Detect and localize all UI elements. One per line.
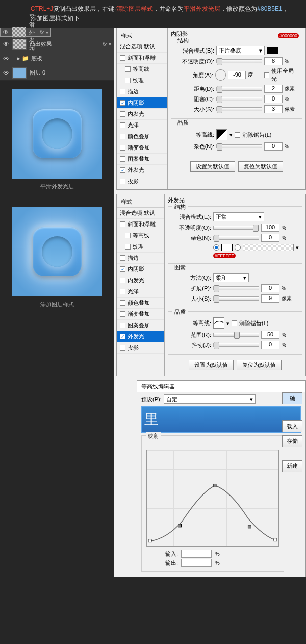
- antialias-checkbox[interactable]: [232, 320, 237, 326]
- style-checkbox[interactable]: [120, 145, 125, 151]
- style-checkbox[interactable]: [120, 122, 125, 128]
- jitter-slider[interactable]: [213, 343, 259, 347]
- style-checkbox[interactable]: ✓: [120, 100, 125, 106]
- style-item-5[interactable]: 内发光: [117, 109, 167, 120]
- style-checkbox[interactable]: [120, 278, 125, 283]
- choke-input[interactable]: 0: [264, 95, 283, 103]
- choke-slider[interactable]: [216, 97, 262, 101]
- distance-slider[interactable]: [216, 87, 262, 91]
- antialias-checkbox[interactable]: [235, 132, 240, 138]
- style-item-3[interactable]: 描边: [117, 86, 167, 97]
- save-button[interactable]: 存储: [282, 435, 302, 447]
- style-item-7[interactable]: 颜色叠加: [117, 298, 164, 309]
- style-checkbox[interactable]: ✓: [120, 266, 125, 272]
- reset-default-button[interactable]: 复位为默认值: [237, 360, 282, 370]
- glow-color-swatch[interactable]: [221, 244, 233, 251]
- style-checkbox[interactable]: [120, 345, 125, 351]
- noise-input[interactable]: 0: [261, 234, 279, 242]
- blend-mode-select[interactable]: 正常▾: [213, 212, 264, 221]
- style-item-2[interactable]: 纹理: [117, 75, 167, 86]
- method-select[interactable]: 柔和▾: [213, 273, 249, 282]
- style-checkbox[interactable]: [125, 244, 131, 250]
- style-item-1[interactable]: 等高线: [117, 64, 167, 75]
- blend-mode-select[interactable]: 正片叠底▾: [216, 46, 265, 55]
- set-default-button[interactable]: 设置为默认值: [189, 360, 234, 370]
- jitter-input[interactable]: 0: [261, 341, 279, 349]
- opacity-input[interactable]: 100: [261, 224, 279, 232]
- visibility-icon[interactable]: 👁: [3, 41, 12, 48]
- style-checkbox[interactable]: [120, 255, 125, 261]
- load-button[interactable]: 载入: [282, 420, 302, 432]
- style-item-0[interactable]: 斜面和浮雕: [117, 53, 167, 64]
- style-checkbox[interactable]: [120, 179, 125, 184]
- noise-slider[interactable]: [213, 236, 259, 240]
- range-input[interactable]: 50: [261, 331, 279, 339]
- style-item-8[interactable]: 渐变叠加: [117, 309, 164, 320]
- size-slider[interactable]: [216, 107, 262, 111]
- spread-slider[interactable]: [213, 286, 259, 290]
- style-checkbox[interactable]: [120, 300, 125, 306]
- style-item-9[interactable]: 图案叠加: [117, 320, 164, 331]
- style-item-6[interactable]: 光泽: [117, 120, 167, 131]
- range-slider[interactable]: [213, 333, 259, 337]
- style-checkbox[interactable]: [120, 323, 125, 328]
- style-checkbox[interactable]: [120, 89, 125, 94]
- style-item-1[interactable]: 等高线: [117, 230, 164, 241]
- style-checkbox[interactable]: ✓: [120, 334, 125, 339]
- contour-picker[interactable]: [216, 129, 227, 140]
- style-checkbox[interactable]: [120, 289, 125, 294]
- style-checkbox[interactable]: [125, 66, 131, 72]
- style-item-8[interactable]: 渐变叠加: [117, 142, 167, 154]
- color-radio[interactable]: [213, 244, 219, 251]
- style-checkbox[interactable]: [125, 233, 131, 238]
- preset-select[interactable]: 自定▾: [164, 394, 256, 404]
- style-checkbox[interactable]: [125, 78, 131, 83]
- opacity-slider[interactable]: [213, 226, 259, 230]
- style-checkbox[interactable]: [120, 111, 125, 117]
- layer-row[interactable]: 👁 凸出效果 fx ▾: [0, 37, 114, 52]
- new-button[interactable]: 新建: [282, 460, 302, 472]
- style-item-9[interactable]: 图案叠加: [117, 154, 167, 165]
- global-light-checkbox[interactable]: [264, 72, 270, 78]
- style-checkbox[interactable]: [120, 156, 125, 162]
- reset-default-button[interactable]: 复位为默认值: [238, 161, 283, 172]
- visibility-icon[interactable]: 👁: [3, 69, 12, 77]
- size-slider[interactable]: [213, 296, 259, 301]
- opacity-input[interactable]: 8: [264, 57, 283, 65]
- blending-options[interactable]: 混合选项:默认: [117, 41, 167, 53]
- opacity-slider[interactable]: [216, 59, 262, 63]
- gradient-picker[interactable]: [243, 244, 294, 251]
- style-item-10[interactable]: ✓外发光: [117, 165, 167, 176]
- angle-dial[interactable]: [215, 69, 226, 81]
- style-item-4[interactable]: ✓内阴影: [117, 97, 167, 109]
- size-input[interactable]: 9: [261, 294, 279, 303]
- layer-row[interactable]: 👁 图层 0: [0, 65, 114, 81]
- layer-row[interactable]: 👁 平滑外发光 fx ▾: [0, 28, 51, 37]
- style-item-0[interactable]: 斜面和浮雕: [117, 219, 164, 230]
- gradient-radio[interactable]: [235, 244, 241, 251]
- style-item-11[interactable]: 投影: [117, 342, 164, 354]
- distance-input[interactable]: 2: [264, 85, 283, 93]
- style-checkbox[interactable]: [120, 311, 125, 317]
- style-checkbox[interactable]: [120, 134, 125, 139]
- color-swatch[interactable]: [267, 47, 278, 54]
- set-default-button[interactable]: 设置为默认值: [190, 161, 235, 172]
- style-item-6[interactable]: 光泽: [117, 286, 164, 298]
- spread-input[interactable]: 0: [261, 284, 279, 292]
- noise-slider[interactable]: [216, 144, 262, 148]
- style-item-11[interactable]: 投影: [117, 176, 167, 187]
- style-item-7[interactable]: 颜色叠加: [117, 131, 167, 142]
- style-checkbox[interactable]: [120, 221, 125, 227]
- blending-options[interactable]: 混合选项:默认: [117, 208, 164, 219]
- noise-input[interactable]: 0: [264, 142, 283, 151]
- style-item-3[interactable]: 描边: [117, 253, 164, 264]
- style-checkbox[interactable]: [120, 55, 125, 61]
- expand-icon[interactable]: ▾: [46, 30, 48, 35]
- ok-button[interactable]: 确: [282, 392, 302, 404]
- contour-curve[interactable]: [146, 450, 279, 547]
- style-item-2[interactable]: 纹理: [117, 241, 164, 253]
- input-value[interactable]: [181, 550, 212, 558]
- visibility-icon[interactable]: 👁: [3, 29, 12, 36]
- style-item-10[interactable]: ✓外发光: [117, 331, 164, 342]
- size-input[interactable]: 3: [264, 105, 283, 113]
